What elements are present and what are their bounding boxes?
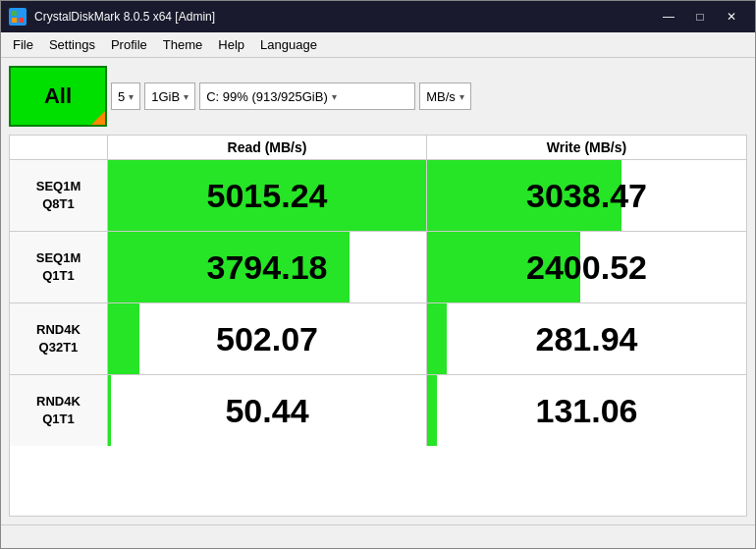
- read-cell-1: 3794.18: [108, 232, 427, 302]
- runs-arrow: ▾: [129, 91, 134, 102]
- menu-language[interactable]: Language: [252, 35, 325, 54]
- svg-rect-3: [19, 18, 24, 23]
- header-read: Read (MB/s): [108, 136, 427, 159]
- unit-select[interactable]: MB/s ▾: [419, 82, 471, 110]
- menu-theme[interactable]: Theme: [155, 35, 210, 54]
- title-bar: CrystalDiskMark 8.0.5 x64 [Admin] — □ ✕: [1, 1, 755, 32]
- size-arrow: ▾: [184, 91, 189, 102]
- benchmark-table: Read (MB/s) Write (MB/s) SEQ1MQ8T1 5015.…: [9, 135, 747, 517]
- row-label-2: RND4KQ32T1: [10, 303, 108, 374]
- write-cell-2: 281.94: [427, 303, 746, 374]
- row-label-1: SEQ1MQ1T1: [10, 232, 108, 302]
- svg-rect-1: [19, 11, 24, 16]
- menu-profile[interactable]: Profile: [103, 35, 155, 54]
- write-cell-1: 2400.52: [427, 232, 746, 302]
- all-button[interactable]: All: [9, 66, 107, 127]
- close-button[interactable]: ✕: [716, 7, 747, 27]
- read-cell-0: 5015.24: [108, 160, 427, 231]
- unit-arrow: ▾: [459, 91, 464, 102]
- header-write: Write (MB/s): [427, 136, 746, 159]
- svg-rect-0: [12, 11, 17, 16]
- header-label: [10, 136, 108, 159]
- top-controls: All 5 ▾ 1GiB ▾ C: 99% (913/925GiB) ▾ MB/…: [9, 66, 747, 127]
- drive-select[interactable]: C: 99% (913/925GiB) ▾: [199, 82, 415, 110]
- window-title: CrystalDiskMark 8.0.5 x64 [Admin]: [34, 10, 653, 24]
- app-window: CrystalDiskMark 8.0.5 x64 [Admin] — □ ✕ …: [0, 0, 756, 549]
- main-content: All 5 ▾ 1GiB ▾ C: 99% (913/925GiB) ▾ MB/…: [1, 58, 755, 524]
- minimize-button[interactable]: —: [653, 7, 684, 27]
- table-row: SEQ1MQ8T1 5015.24 3038.47: [10, 160, 746, 232]
- row-label-0: SEQ1MQ8T1: [10, 160, 108, 231]
- table-row: RND4KQ1T1 50.44 131.06: [10, 375, 746, 446]
- row-label-3: RND4KQ1T1: [10, 375, 108, 446]
- table-row: RND4KQ32T1 502.07 281.94: [10, 303, 746, 375]
- write-cell-3: 131.06: [427, 375, 746, 446]
- menu-settings[interactable]: Settings: [41, 35, 103, 54]
- window-controls: — □ ✕: [653, 7, 747, 27]
- table-body: SEQ1MQ8T1 5015.24 3038.47 SEQ1MQ1T1 3794…: [10, 160, 746, 446]
- read-cell-3: 50.44: [108, 375, 427, 446]
- maximize-button[interactable]: □: [684, 7, 716, 27]
- table-row: SEQ1MQ1T1 3794.18 2400.52: [10, 232, 746, 303]
- menu-file[interactable]: File: [5, 35, 41, 54]
- menu-help[interactable]: Help: [210, 35, 252, 54]
- table-header: Read (MB/s) Write (MB/s): [10, 136, 746, 160]
- read-cell-2: 502.07: [108, 303, 427, 374]
- svg-rect-2: [12, 18, 17, 23]
- runs-select[interactable]: 5 ▾: [111, 82, 140, 110]
- write-cell-0: 3038.47: [427, 160, 746, 231]
- app-icon: [9, 8, 27, 26]
- size-select[interactable]: 1GiB ▾: [144, 82, 195, 110]
- drive-arrow: ▾: [332, 91, 337, 102]
- menu-bar: File Settings Profile Theme Help Languag…: [1, 32, 755, 58]
- status-bar: [1, 524, 755, 548]
